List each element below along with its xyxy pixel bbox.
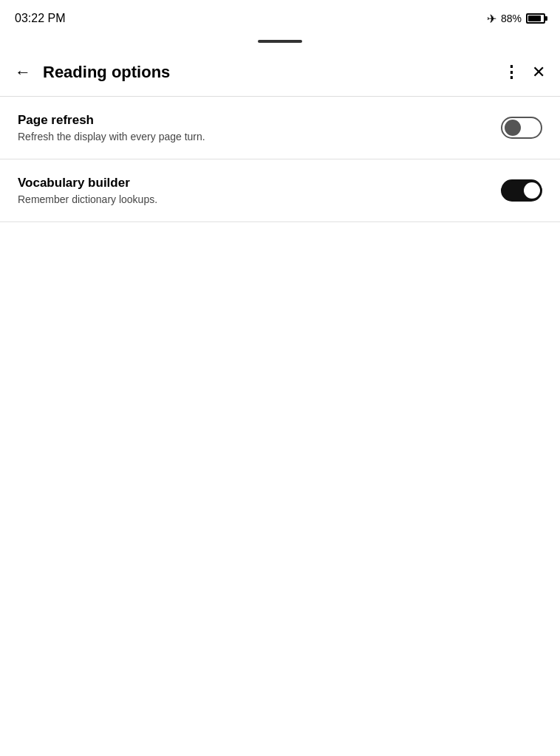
close-icon[interactable]: ✕ <box>532 63 545 82</box>
battery-icon <box>526 13 545 24</box>
page-refresh-desc: Refresh the display with every page turn… <box>18 131 501 142</box>
vocabulary-builder-toggle[interactable] <box>501 179 542 202</box>
status-time: 03:22 PM <box>15 12 65 25</box>
vocabulary-builder-item: Vocabulary builder Remember dictionary l… <box>0 159 560 222</box>
swipe-bar <box>258 40 302 43</box>
page-refresh-title: Page refresh <box>18 113 501 128</box>
page-header: ← Reading options ⋮ ✕ <box>0 49 560 97</box>
page-title: Reading options <box>43 63 503 82</box>
settings-list: Page refresh Refresh the display with ev… <box>0 97 560 222</box>
back-button[interactable]: ← <box>15 64 31 80</box>
vocabulary-builder-text: Vocabulary builder Remember dictionary l… <box>18 176 501 205</box>
header-actions: ⋮ ✕ <box>503 63 545 82</box>
page-refresh-toggle[interactable] <box>501 117 542 139</box>
status-right: ✈ 88% <box>487 12 545 26</box>
airplane-icon: ✈ <box>487 12 496 26</box>
page-refresh-text: Page refresh Refresh the display with ev… <box>18 113 501 142</box>
more-options-icon[interactable]: ⋮ <box>503 63 520 82</box>
swipe-indicator <box>0 37 560 49</box>
status-bar: 03:22 PM ✈ 88% <box>0 0 560 37</box>
battery-percent: 88% <box>501 13 522 24</box>
vocabulary-builder-title: Vocabulary builder <box>18 176 501 190</box>
vocabulary-builder-desc: Remember dictionary lookups. <box>18 193 501 205</box>
page-refresh-item: Page refresh Refresh the display with ev… <box>0 97 560 159</box>
